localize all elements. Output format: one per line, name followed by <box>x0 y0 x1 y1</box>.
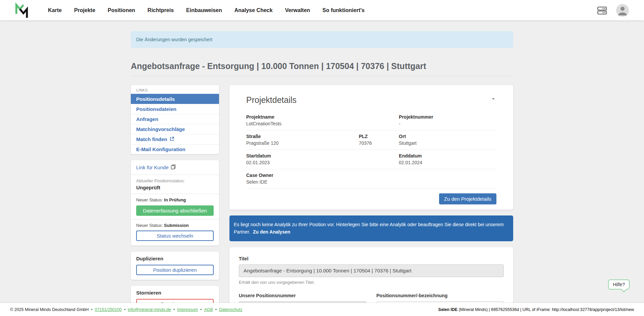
ort-label: Ort <box>399 134 496 139</box>
customer-link-label: Link für Kunde <box>136 165 169 170</box>
go-to-analyses-link[interactable]: Zu den Analysen <box>253 229 290 235</box>
titel-help: Erhält den von uns vorgegebenen Titel. <box>239 280 504 285</box>
nav-item-richtpreis[interactable]: Richtpreis <box>148 7 174 13</box>
ort-value: Stuttgart <box>399 140 496 146</box>
page-title: Angebotsanfrage - Entsorgung | 10.000 To… <box>131 61 513 76</box>
nav-item-einbauweisen[interactable]: Einbauweisen <box>186 7 222 13</box>
links-card-header: LINKS <box>131 85 219 94</box>
strasse-label: Straße <box>246 134 359 139</box>
projektnummer-value: - <box>399 121 496 126</box>
footer-separator: • <box>173 307 175 312</box>
project-row-dates: Startdatum 02.01.2023 Enddatum 02.01.202… <box>246 150 496 169</box>
nav-item-so-funktionierts[interactable]: So funktioniert's <box>322 7 365 13</box>
top-navbar: Karte Projekte Positionen Richtpreis Ein… <box>0 0 644 20</box>
sidebar-item-label: Match finden <box>136 136 167 142</box>
sidebar-item-anfragen[interactable]: Anfragen <box>131 114 219 124</box>
help-button-label: Hilfe? <box>613 282 625 287</box>
projektnummer-label: Projektnummer <box>399 114 496 120</box>
status-card: Link für Kunde Aktueller Positionsstatus… <box>131 160 219 246</box>
position-form-card: Titel Erhält den von uns vorgegebenen Ti… <box>229 247 513 303</box>
footer-separator: • <box>200 307 202 312</box>
case-owner-label: Case Owner <box>246 173 273 178</box>
project-details-card: Projektdetails - Projektname LotCreation… <box>229 85 513 210</box>
footer-agb-link[interactable]: AGB <box>204 307 213 312</box>
page-body: Die Änderungen wurden gespeichert Angebo… <box>0 20 644 303</box>
projektname-label: Projektname <box>246 114 399 120</box>
positionsnummer-label: Positionsnummer/-bezeichnung <box>376 293 504 298</box>
footer-session-info: Selen IDE (Mineral Minds) | 69576255536d… <box>438 307 634 312</box>
footer-copyright: © 2025 Mineral Minds Deutschland GmbH <box>10 307 89 312</box>
footer-impressum-link[interactable]: Impressum <box>177 307 198 312</box>
copy-icon[interactable] <box>171 164 176 171</box>
startdatum-label: Startdatum <box>246 153 399 159</box>
sidebar-item-matchingvorschlaege[interactable]: Matchingvorschläge <box>131 124 219 134</box>
sidebar-item-match-finden[interactable]: Match finden <box>131 134 219 144</box>
footer-phone-link[interactable]: 07151/250100 <box>95 307 122 312</box>
go-to-project-details-button[interactable]: Zu den Projektdetails <box>439 193 496 204</box>
footer-separator: • <box>124 307 125 312</box>
footer-user-name: Selen IDE <box>438 307 458 312</box>
nav-item-karte[interactable]: Karte <box>48 7 62 13</box>
strasse-value: Pragstraße 120 <box>246 140 359 146</box>
nav-item-positionen[interactable]: Positionen <box>108 7 135 13</box>
titel-label: Titel <box>239 256 504 261</box>
nav-item-verwalten[interactable]: Verwalten <box>285 7 310 13</box>
footer-email-link[interactable]: info@mineral-minds.de <box>128 307 171 312</box>
duplicate-card: Duplizieren Position duplizieren <box>131 252 219 280</box>
sidebar-item-positionsdateien[interactable]: Positionsdateien <box>131 104 219 114</box>
new-status-1-value: In Prüfung <box>164 197 186 202</box>
new-status-2-value: Submission <box>164 223 189 228</box>
analytics-banner: Es liegt noch keine Analytik zu Ihrer Po… <box>229 215 513 241</box>
footer: © 2025 Mineral Minds Deutschland GmbH • … <box>0 303 644 316</box>
main-nav: Karte Projekte Positionen Richtpreis Ein… <box>48 7 365 13</box>
avatar-icon[interactable] <box>616 4 629 17</box>
projektname-value: LotCreationTests <box>246 121 399 126</box>
startdatum-value: 02.01.2023 <box>246 160 399 165</box>
project-row-address: Straße Pragstraße 120 PLZ 70376 Ort Stut… <box>246 130 496 150</box>
unsere-positionsnummer-label: Unsere Positionsnummer <box>239 293 366 298</box>
cancel-dropdown-button[interactable]: Stornieren <box>136 299 214 303</box>
sidebar-item-positionsdetails[interactable]: Positionsdetails <box>131 94 219 104</box>
new-status-line-2: Neuer Status: Submission <box>136 223 214 228</box>
project-details-title: Projektdetails <box>246 95 297 105</box>
footer-separator: • <box>215 307 217 312</box>
server-icon[interactable] <box>597 6 607 15</box>
links-card: LINKS Positionsdetails Positionsdateien … <box>131 85 219 154</box>
plz-value: 70376 <box>359 140 399 146</box>
collapse-button[interactable]: - <box>490 95 496 102</box>
sidebar-item-email-konfiguration[interactable]: E-Mail Konfiguration <box>131 144 219 154</box>
nav-item-projekte[interactable]: Projekte <box>74 7 95 13</box>
footer-separator: • <box>91 307 92 312</box>
mineral-minds-logo-icon[interactable] <box>14 2 29 18</box>
footer-datenschutz-link[interactable]: Datenschutz <box>219 307 242 312</box>
cancel-card: Stornieren Stornieren <box>131 286 219 303</box>
titel-input <box>239 264 504 277</box>
duplicate-position-button[interactable]: Position duplizieren <box>136 265 214 275</box>
new-status-line-1: Neuer Status: In Prüfung <box>136 197 214 202</box>
enddatum-label: Enddatum <box>399 153 496 159</box>
save-success-alert: Die Änderungen wurden gespeichert <box>131 31 513 48</box>
project-row-case-owner: Case Owner Selen IDE <box>246 169 496 189</box>
current-status-value: Ungeprüft <box>136 185 214 190</box>
help-button[interactable]: Hilfe? <box>608 279 630 290</box>
duplicate-card-title: Duplizieren <box>136 256 214 261</box>
cancel-card-title: Stornieren <box>136 290 214 296</box>
footer-session-details: (Mineral Minds) | 69576255536d | URL of … <box>458 307 634 312</box>
complete-data-entry-button[interactable]: Datenerfassung abschließen <box>136 205 214 216</box>
plz-label: PLZ <box>359 134 399 139</box>
enddatum-value: 02.01.2024 <box>399 160 496 165</box>
current-status-label: Aktueller Positionsstatus: <box>136 178 214 183</box>
external-link-icon <box>170 136 174 142</box>
project-row-name-number: Projektname LotCreationTests Projektnumm… <box>246 111 496 130</box>
switch-status-button[interactable]: Status wechseln <box>136 231 214 241</box>
nav-item-analyse-check[interactable]: Analyse Check <box>234 7 273 13</box>
customer-link[interactable]: Link für Kunde <box>136 164 176 171</box>
case-owner-value: Selen IDE <box>246 179 273 185</box>
